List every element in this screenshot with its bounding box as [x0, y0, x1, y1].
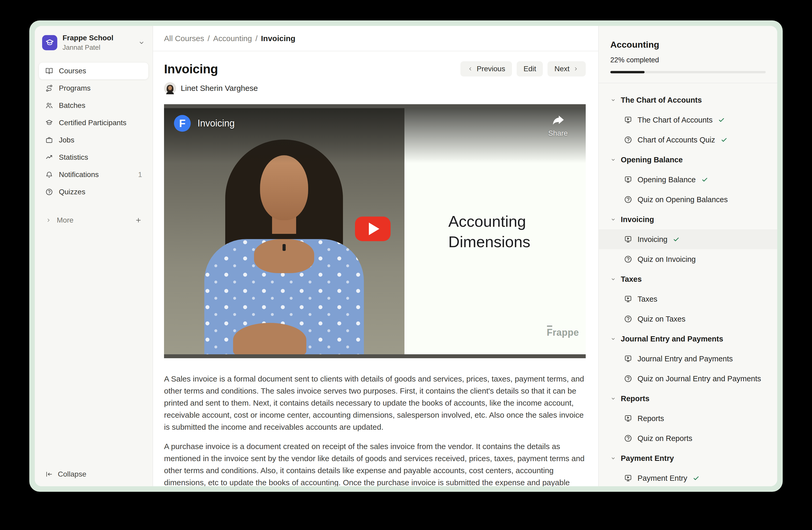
sidebar-item-label: Courses — [59, 67, 86, 75]
workspace-labels: Frappe School Jannat Patel — [62, 34, 113, 52]
outline-item-quiz[interactable]: Chart of Accounts Quiz — [599, 130, 777, 150]
sidebar-item-label: Jobs — [59, 136, 74, 144]
sidebar-item-courses[interactable]: Courses — [39, 62, 148, 79]
outline-item-label: Taxes — [638, 295, 657, 304]
section-journal-entry-and-payments[interactable]: Journal Entry and Payments — [599, 329, 777, 349]
section-title: Invoicing — [621, 215, 654, 224]
chevron-right-icon — [572, 66, 579, 72]
video-bottom-strip — [164, 354, 586, 358]
trending-up-icon — [45, 153, 53, 161]
section-invoicing[interactable]: Invoicing — [599, 209, 777, 229]
sidebar-item-quizzes[interactable]: Quizzes — [39, 184, 148, 200]
breadcrumb-accounting[interactable]: Accounting — [213, 34, 252, 43]
monitor-play-icon — [624, 235, 632, 243]
outline-item-lesson[interactable]: Reports — [599, 408, 777, 428]
course-title: Accounting — [610, 40, 766, 50]
help-circle-icon — [624, 136, 632, 144]
sidebar-more[interactable]: More — [39, 213, 148, 227]
chevron-down-icon — [610, 157, 616, 163]
outline-item-quiz[interactable]: Quiz on Taxes — [599, 309, 777, 329]
progress-label: 22% completed — [610, 56, 766, 64]
monitor-play-icon — [624, 474, 632, 482]
section-title: The Chart of Accounts — [621, 96, 702, 104]
more-label: More — [57, 216, 73, 224]
video-player[interactable]: Accounting Dimensions Frappe F Invoicing — [164, 104, 586, 358]
edit-button[interactable]: Edit — [517, 61, 543, 76]
check-icon — [672, 236, 680, 243]
play-button[interactable] — [355, 217, 391, 241]
section-payment-entry[interactable]: Payment Entry — [599, 448, 777, 468]
lesson-paragraph: A Sales invoice is a formal document sen… — [164, 373, 586, 433]
sidebar-item-jobs[interactable]: Jobs — [39, 132, 148, 149]
presenter-hands — [233, 323, 306, 354]
sidebar-item-batches[interactable]: Batches — [39, 97, 148, 114]
progress-fill — [610, 71, 644, 73]
left-sidebar: Frappe School Jannat Patel Courses Progr… — [35, 26, 153, 486]
bell-icon — [45, 171, 53, 179]
outline-item-label: The Chart of Accounts — [638, 116, 713, 124]
monitor-play-icon — [624, 354, 632, 363]
help-circle-icon — [624, 375, 632, 383]
outline-item-quiz[interactable]: Quiz on Reports — [599, 428, 777, 448]
section-reports[interactable]: Reports — [599, 389, 777, 408]
outline-item-lesson[interactable]: Payment Entry — [599, 468, 777, 486]
sidebar-item-statistics[interactable]: Statistics — [39, 149, 148, 166]
video-title-overlay: F Invoicing — [174, 115, 235, 132]
frappe-school-logo — [42, 35, 57, 50]
help-circle-icon — [45, 188, 53, 196]
sidebar-item-label: Quizzes — [59, 188, 85, 196]
help-circle-icon — [624, 315, 632, 323]
section-title: Reports — [621, 394, 650, 403]
sidebar-item-programs[interactable]: Programs — [39, 80, 148, 97]
school-name: Frappe School — [62, 34, 113, 42]
breadcrumb-all-courses[interactable]: All Courses — [164, 34, 204, 43]
outline-item-label: Opening Balance — [638, 176, 696, 184]
outline-item-label: Quiz on Reports — [638, 434, 693, 443]
notifications-count-badge: 1 — [138, 171, 142, 179]
add-button[interactable] — [135, 217, 142, 224]
presenter-microphone — [282, 244, 286, 251]
outline-item-quiz[interactable]: Quiz on Journal Entry and Payments — [599, 369, 777, 389]
lesson-paragraph: A purchase invoice is a document created… — [164, 441, 586, 486]
outline-item-label: Quiz on Opening Balances — [638, 195, 728, 204]
workspace-switcher[interactable]: Frappe School Jannat Patel — [39, 32, 148, 53]
section-title: Payment Entry — [621, 454, 674, 463]
previous-button[interactable]: Previous — [460, 61, 512, 76]
section-title: Taxes — [621, 275, 642, 283]
video-body: Accounting Dimensions Frappe F Invoicing — [164, 108, 586, 354]
share-button[interactable]: Share — [542, 114, 574, 138]
section-opening-balance[interactable]: Opening Balance — [599, 150, 777, 170]
frappe-brand-logo: Frappe — [547, 327, 579, 338]
check-icon — [701, 176, 708, 183]
outline-item-lesson[interactable]: Journal Entry and Payments — [599, 349, 777, 369]
users-icon — [45, 102, 53, 110]
sidebar-item-certified-participants[interactable]: Certified Participants — [39, 114, 148, 131]
check-icon — [693, 474, 700, 482]
video-top-strip — [164, 104, 586, 108]
outline-item-quiz[interactable]: Quiz on Opening Balances — [599, 190, 777, 209]
sidebar-item-label: Certified Participants — [59, 118, 126, 127]
sidebar-item-notifications[interactable]: Notifications 1 — [39, 166, 148, 183]
outline-item-label: Chart of Accounts Quiz — [638, 136, 715, 144]
monitor-play-icon — [624, 176, 632, 184]
video-title[interactable]: Invoicing — [198, 118, 235, 129]
monitor-play-icon — [624, 295, 632, 303]
course-outline-list: The Chart of Accounts The Chart of Accou… — [599, 83, 777, 486]
breadcrumb-separator: / — [255, 34, 257, 43]
outline-item-lesson[interactable]: The Chart of Accounts — [599, 110, 777, 130]
chevron-down-icon — [610, 336, 616, 342]
outline-item-label: Journal Entry and Payments — [638, 354, 733, 363]
outline-item-quiz[interactable]: Quiz on Invoicing — [599, 249, 777, 269]
collapse-sidebar-button[interactable]: Collapse — [39, 470, 148, 478]
section-chart-of-accounts[interactable]: The Chart of Accounts — [599, 90, 777, 110]
edit-label: Edit — [523, 65, 536, 73]
play-icon — [369, 223, 379, 235]
slide-title-line2: Dimensions — [448, 232, 530, 252]
outline-item-lesson-active[interactable]: Invoicing — [599, 229, 777, 249]
outline-item-lesson[interactable]: Taxes — [599, 289, 777, 309]
next-button[interactable]: Next — [548, 61, 586, 76]
outline-item-lesson[interactable]: Opening Balance — [599, 170, 777, 190]
section-taxes[interactable]: Taxes — [599, 269, 777, 289]
outline-item-label: Invoicing — [638, 235, 667, 244]
progress-bar — [610, 71, 766, 73]
